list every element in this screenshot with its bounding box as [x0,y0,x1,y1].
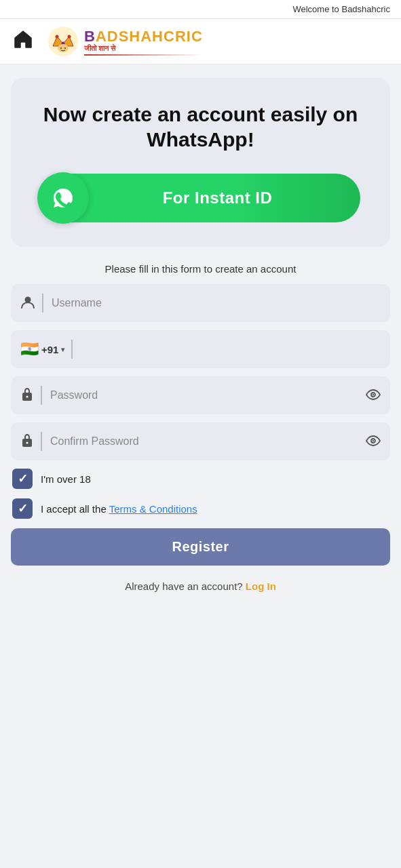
instant-id-label: For Instant ID [41,189,360,208]
already-account-text: Already have an account? [125,580,242,592]
logo-tagline: जीतो शान से [84,44,203,53]
terms-checkmark: ✓ [18,501,28,516]
register-button[interactable]: Register [11,528,390,566]
country-code-selector[interactable]: 🇮🇳 +91 ▾ [20,340,64,358]
svg-point-2 [56,35,59,39]
logo-icon [47,26,79,57]
phone-divider [71,340,73,359]
logo-underline [84,54,203,56]
welcome-text: Welcome to Badshahcric [292,4,390,14]
terms-checkbox-label: I accept all the Terms & Conditions [41,503,197,515]
india-flag: 🇮🇳 [20,340,39,358]
confirm-password-input[interactable] [50,435,366,448]
input-divider [41,386,42,405]
age-checkbox-row: ✓ I'm over 18 [11,469,390,489]
username-field-group [11,284,390,322]
svg-point-15 [26,441,28,443]
home-button[interactable] [12,28,34,55]
phone-field-group: 🇮🇳 +91 ▾ [11,330,390,368]
age-checkbox[interactable]: ✓ [12,469,33,489]
svg-point-17 [373,439,374,441]
phone-code: +91 [41,344,58,355]
svg-point-7 [64,47,66,49]
form-description: Please fill in this form to create an ac… [11,263,390,275]
lock-confirm-icon [20,433,34,451]
confirm-password-eye-icon[interactable] [366,434,381,450]
card-title: Now create an account easily on WhatsApp… [31,102,370,152]
logo-name-b: B [84,28,96,45]
input-divider [41,432,42,451]
dropdown-arrow-icon: ▾ [61,346,64,353]
password-input[interactable] [50,389,366,401]
whatsapp-logo-icon [37,172,89,224]
logo-text: BADSHAHCRIC जीतो शान से [84,28,203,56]
whatsapp-card: Now create an account easily on WhatsApp… [11,78,390,247]
password-eye-icon[interactable] [366,388,381,403]
logo-name-rest: ADSHAHCRIC [96,28,203,45]
age-checkbox-label: I'm over 18 [41,473,91,485]
confirm-password-field-group [11,422,390,460]
main-content: Now create an account easily on WhatsApp… [0,64,401,612]
phone-input[interactable] [79,343,381,355]
svg-point-13 [373,393,374,395]
terms-link[interactable]: Terms & Conditions [109,503,197,515]
header: BADSHAHCRIC जीतो शान से [0,19,401,64]
user-icon [20,294,35,313]
login-row: Already have an account? Log In [11,580,390,592]
age-checkmark: ✓ [18,471,28,486]
input-divider [42,294,43,313]
whatsapp-instant-id-button[interactable]: For Instant ID [41,174,360,222]
password-field-group [11,376,390,414]
terms-prefix: I accept all the [41,503,109,515]
lock-icon [20,387,34,405]
username-input[interactable] [52,297,381,309]
svg-point-6 [60,47,62,49]
svg-point-4 [68,35,71,39]
top-bar: Welcome to Badshahcric [0,0,401,19]
terms-checkbox[interactable]: ✓ [12,498,33,519]
logo: BADSHAHCRIC जीतो शान से [47,26,203,57]
svg-point-11 [26,395,28,397]
login-link[interactable]: Log In [246,580,276,592]
terms-checkbox-row: ✓ I accept all the Terms & Conditions [11,498,390,519]
